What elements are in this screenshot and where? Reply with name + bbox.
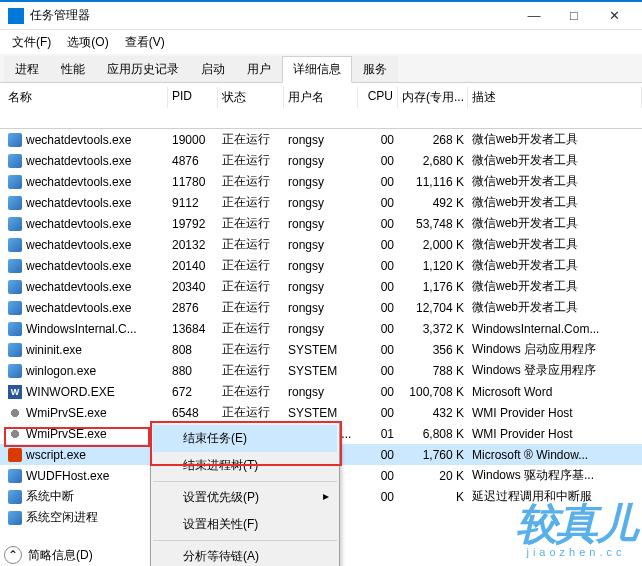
process-name: wechatdevtools.exe xyxy=(26,175,131,189)
process-name: wechatdevtools.exe xyxy=(26,259,131,273)
brief-info-label[interactable]: 简略信息(D) xyxy=(28,547,93,564)
col-desc[interactable]: 描述 xyxy=(468,87,642,108)
cell-cpu: 00 xyxy=(358,488,398,506)
table-row[interactable]: WindowsInternal.C...13684正在运行rongsy003,3… xyxy=(0,318,642,339)
cell-status: 正在运行 xyxy=(218,402,284,423)
cell-mem: 20 K xyxy=(398,467,468,485)
col-user[interactable]: 用户名 xyxy=(284,87,358,108)
cell-mem: 3,372 K xyxy=(398,320,468,338)
cell-cpu: 00 xyxy=(358,320,398,338)
process-icon xyxy=(8,364,22,378)
table-row[interactable]: wechatdevtools.exe19792正在运行rongsy0053,74… xyxy=(0,213,642,234)
cell-cpu: 00 xyxy=(358,446,398,464)
table-row[interactable]: WmiPrvSE.exe6548正在运行SYSTEM00432 KWMI Pro… xyxy=(0,402,642,423)
menu-analyze[interactable]: 分析等待链(A) xyxy=(153,543,337,566)
tab-1[interactable]: 性能 xyxy=(50,56,96,82)
process-icon xyxy=(8,217,22,231)
maximize-button[interactable]: □ xyxy=(554,2,594,30)
cell-desc: 微信web开发者工具 xyxy=(468,150,642,171)
process-name: wechatdevtools.exe xyxy=(26,280,131,294)
menu-end-task[interactable]: 结束任务(E) xyxy=(153,425,337,452)
cell-cpu: 00 xyxy=(358,131,398,149)
window-title: 任务管理器 xyxy=(30,7,514,24)
menu-file[interactable]: 文件(F) xyxy=(4,32,59,53)
cell-pid: 13684 xyxy=(168,320,218,338)
cell-cpu: 00 xyxy=(358,257,398,275)
menu-affinity[interactable]: 设置相关性(F) xyxy=(153,511,337,538)
tab-4[interactable]: 用户 xyxy=(236,56,282,82)
table-row[interactable]: wechatdevtools.exe20140正在运行rongsy001,120… xyxy=(0,255,642,276)
cell-desc: 微信web开发者工具 xyxy=(468,213,642,234)
table-row[interactable]: wininit.exe808正在运行SYSTEM00356 KWindows 启… xyxy=(0,339,642,360)
cell-desc: 微信web开发者工具 xyxy=(468,171,642,192)
menu-view[interactable]: 查看(V) xyxy=(117,32,173,53)
cell-cpu: 00 xyxy=(358,236,398,254)
cell-pid: 672 xyxy=(168,383,218,401)
cell-desc: Microsoft Word xyxy=(468,383,642,401)
cell-status: 正在运行 xyxy=(218,171,284,192)
cell-mem: 2,000 K xyxy=(398,236,468,254)
col-mem[interactable]: 内存(专用... xyxy=(398,87,468,108)
cell-user: SYSTEM xyxy=(284,404,358,422)
cell-user: SYSTEM xyxy=(284,362,358,380)
cell-desc: 微信web开发者工具 xyxy=(468,192,642,213)
table-row[interactable]: wechatdevtools.exe4876正在运行rongsy002,680 … xyxy=(0,150,642,171)
cell-mem: K xyxy=(398,488,468,506)
expand-icon[interactable]: ⌃ xyxy=(4,546,22,564)
close-button[interactable]: ✕ xyxy=(594,2,634,30)
process-icon xyxy=(8,469,22,483)
table-row[interactable]: wechatdevtools.exe9112正在运行rongsy00492 K微… xyxy=(0,192,642,213)
tab-2[interactable]: 应用历史记录 xyxy=(96,56,190,82)
cell-user: rongsy xyxy=(284,215,358,233)
col-name[interactable]: 名称 xyxy=(0,87,168,108)
cell-user: rongsy xyxy=(284,383,358,401)
process-icon xyxy=(8,427,22,441)
table-row[interactable]: wechatdevtools.exe2876正在运行rongsy0012,704… xyxy=(0,297,642,318)
cell-desc xyxy=(468,516,642,520)
table-row[interactable]: wechatdevtools.exe11780正在运行rongsy0011,11… xyxy=(0,171,642,192)
cell-cpu: 00 xyxy=(358,299,398,317)
cell-status: 正在运行 xyxy=(218,213,284,234)
menu-options[interactable]: 选项(O) xyxy=(59,32,116,53)
tab-5[interactable]: 详细信息 xyxy=(282,56,352,83)
table-row[interactable]: wechatdevtools.exe20132正在运行rongsy002,000… xyxy=(0,234,642,255)
table-row[interactable]: winlogon.exe880正在运行SYSTEM00788 KWindows … xyxy=(0,360,642,381)
tab-6[interactable]: 服务 xyxy=(352,56,398,82)
minimize-button[interactable]: — xyxy=(514,2,554,30)
tab-0[interactable]: 进程 xyxy=(4,56,50,82)
cell-desc: Microsoft ® Window... xyxy=(468,446,642,464)
cell-mem: 12,704 K xyxy=(398,299,468,317)
cell-pid: 20340 xyxy=(168,278,218,296)
process-icon xyxy=(8,259,22,273)
table-row[interactable]: WWINWORD.EXE672正在运行rongsy00100,708 KMicr… xyxy=(0,381,642,402)
process-icon xyxy=(8,343,22,357)
process-name: wechatdevtools.exe xyxy=(26,238,131,252)
process-name: WmiPrvSE.exe xyxy=(26,427,107,441)
table-row[interactable]: wechatdevtools.exe19000正在运行rongsy00268 K… xyxy=(0,129,642,150)
menu-priority[interactable]: 设置优先级(P)▸ xyxy=(153,484,337,511)
process-name: wechatdevtools.exe xyxy=(26,217,131,231)
titlebar: 任务管理器 — □ ✕ xyxy=(0,0,642,30)
cell-status: 正在运行 xyxy=(218,276,284,297)
cell-mem: 100,708 K xyxy=(398,383,468,401)
cell-status: 正在运行 xyxy=(218,339,284,360)
table-row[interactable]: wechatdevtools.exe20340正在运行rongsy001,176… xyxy=(0,276,642,297)
col-cpu[interactable]: CPU xyxy=(358,87,398,108)
process-icon xyxy=(8,175,22,189)
grid-header: 名称 PID 状态 用户名 CPU 内存(专用... 描述 xyxy=(0,83,642,129)
col-status[interactable]: 状态 xyxy=(218,87,284,108)
cell-pid: 11780 xyxy=(168,173,218,191)
cell-status: 正在运行 xyxy=(218,297,284,318)
menu-end-tree[interactable]: 结束进程树(T) xyxy=(153,452,337,479)
cell-cpu: 00 xyxy=(358,173,398,191)
cell-status: 正在运行 xyxy=(218,381,284,402)
cell-status: 正在运行 xyxy=(218,255,284,276)
cell-mem: 53,748 K xyxy=(398,215,468,233)
process-icon xyxy=(8,406,22,420)
context-menu: 结束任务(E) 结束进程树(T) 设置优先级(P)▸ 设置相关性(F) 分析等待… xyxy=(150,422,340,566)
cell-mem xyxy=(398,516,468,520)
tab-3[interactable]: 启动 xyxy=(190,56,236,82)
col-pid[interactable]: PID xyxy=(168,87,218,108)
cell-status: 正在运行 xyxy=(218,192,284,213)
process-name: wechatdevtools.exe xyxy=(26,196,131,210)
